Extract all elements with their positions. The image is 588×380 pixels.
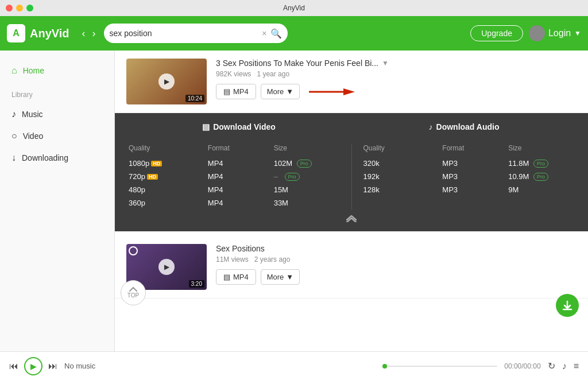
quality-row-1080p[interactable]: 1080pHD MP4 102M Pro	[126, 157, 342, 170]
collapse-panel-button[interactable]	[126, 210, 577, 222]
playlist-button[interactable]: ≡	[574, 361, 579, 371]
video-card-2: ▶ 3:20 Sex Positions 11M views 2 years a…	[115, 236, 588, 298]
sidebar-item-music[interactable]: ♪ Music	[0, 103, 114, 125]
mp4-button-1[interactable]: ▤ MP4	[216, 84, 256, 99]
app-title: AnyVid	[283, 4, 305, 12]
size-360p: 33M	[274, 199, 340, 207]
search-clear-icon[interactable]: ×	[262, 29, 266, 38]
video-ago-1: 1 year ago	[257, 70, 289, 78]
sidebar-item-label: Video	[23, 131, 44, 141]
size-128k: 9M	[508, 185, 574, 194]
video-meta-1: 982K views 1 year ago	[216, 70, 577, 78]
video-icon: ○	[11, 131, 17, 141]
video-thumbnail-1[interactable]: ▶ 10:24	[126, 59, 207, 104]
video-actions-2: ▤ MP4 More ▼	[216, 269, 577, 285]
mp4-button-2[interactable]: ▤ MP4	[216, 269, 256, 285]
mp4-icon-1: ▤	[223, 87, 230, 96]
quality-row-360p[interactable]: 360p MP4 33M	[126, 196, 342, 210]
more-button-2[interactable]: More ▼	[261, 269, 300, 285]
progress-dot	[382, 364, 387, 369]
more-label-1: More	[267, 87, 284, 96]
search-input[interactable]	[110, 29, 262, 38]
red-arrow	[309, 85, 355, 99]
top-button[interactable]: TOP	[121, 280, 146, 305]
mp4-icon-2: ▤	[223, 273, 230, 281]
svg-marker-1	[343, 88, 355, 95]
quality-row-480p[interactable]: 480p MP4 15M	[126, 183, 342, 196]
play-icon: ▶	[158, 73, 175, 90]
volume-button[interactable]: ♪	[562, 361, 567, 371]
top-label: TOP	[127, 292, 139, 298]
mp4-label-1: MP4	[233, 87, 249, 96]
video-views-1: 982K views	[216, 70, 251, 78]
quality-row-128k[interactable]: 128k MP3 9M	[361, 183, 577, 196]
forward-button[interactable]: ›	[90, 25, 98, 42]
format-480p: MP4	[208, 185, 274, 194]
quality-320k: 320k	[363, 159, 443, 168]
window-controls	[6, 5, 33, 11]
video-card-1: ▶ 10:24 3 Sex Positions To Make Your Pen…	[115, 51, 588, 113]
play-icon-2: ▶	[158, 259, 175, 275]
more-label-2: More	[267, 273, 284, 281]
expand-icon-1[interactable]: ▼	[382, 59, 389, 67]
close-button[interactable]	[6, 5, 13, 11]
title-bar: AnyVid	[0, 0, 588, 16]
main: ⌂ Home Library ♪ Music ○ Video ↓ Downloa…	[0, 51, 588, 351]
download-icon: ↓	[11, 153, 16, 163]
format-360p: MP4	[208, 199, 274, 207]
upgrade-button[interactable]: Upgrade	[470, 25, 523, 41]
logo-icon: A	[7, 24, 25, 42]
track-name: No music	[64, 362, 376, 370]
a-format-col-header: Format	[442, 144, 508, 152]
floating-download-button[interactable]	[556, 294, 579, 317]
video-actions-1: ▤ MP4 More ▼	[216, 84, 577, 99]
logo: A AnyVid	[7, 24, 69, 42]
video-duration-1: 10:24	[185, 95, 204, 102]
track-progress-bar[interactable]	[382, 366, 497, 367]
a-size-col-header: Size	[508, 144, 574, 152]
back-button[interactable]: ‹	[80, 25, 88, 42]
content-area: ▶ 10:24 3 Sex Positions To Make Your Pen…	[115, 51, 588, 351]
format-128k: MP3	[442, 185, 508, 194]
audio-quality-header: Quality Format Size	[361, 144, 577, 152]
maximize-button[interactable]	[26, 5, 33, 11]
search-icon[interactable]: 🔍	[270, 28, 282, 39]
sidebar-item-video[interactable]: ○ Video	[0, 125, 114, 147]
minimize-button[interactable]	[16, 5, 23, 11]
header-right: Upgrade Login ▼	[470, 25, 581, 41]
chevron-down-icon: ▼	[574, 29, 581, 37]
download-audio-title: ♪ Download Audio	[351, 122, 577, 131]
thumb-overlay-2	[129, 246, 138, 255]
audio-dl-icon: ♪	[429, 122, 433, 131]
quality-480p: 480p	[129, 185, 208, 194]
download-panel: ▤ Download Video ♪ Download Audio Qualit…	[115, 113, 588, 231]
quality-row-320k[interactable]: 320k MP3 11.8M Pro	[361, 157, 577, 170]
format-col-header: Format	[208, 144, 274, 152]
play-pause-button[interactable]: ▶	[24, 357, 42, 375]
next-track-button[interactable]: ⏭	[48, 361, 57, 371]
player-right: ↻ ♪ ≡	[548, 360, 579, 371]
library-label: Library	[0, 86, 114, 103]
panel-body: Quality Format Size 1080pHD MP4 102M Pro…	[126, 144, 577, 210]
video-quality-header: Quality Format Size	[126, 144, 342, 152]
sidebar-item-label: Music	[22, 110, 43, 119]
repeat-button[interactable]: ↻	[548, 360, 555, 371]
quality-row-720p[interactable]: 720pHD MP4 – Pro	[126, 170, 342, 183]
more-button-1[interactable]: More ▼	[261, 84, 300, 99]
sidebar-item-downloading[interactable]: ↓ Downloading	[0, 147, 114, 169]
video-views-2: 11M views	[216, 255, 249, 263]
sidebar-item-home[interactable]: ⌂ Home	[0, 60, 114, 82]
more-chevron-icon-2: ▼	[286, 273, 293, 281]
format-720p: MP4	[208, 172, 274, 181]
login-label: Login	[548, 28, 571, 38]
sidebar: ⌂ Home Library ♪ Music ○ Video ↓ Downloa…	[0, 51, 115, 351]
prev-track-button[interactable]: ⏮	[9, 361, 18, 371]
format-1080p: MP4	[208, 159, 274, 168]
video-info-2: Sex Positions 11M views 2 years ago ▤ MP…	[216, 244, 577, 285]
music-icon: ♪	[11, 109, 16, 119]
size-720p: – Pro	[274, 172, 340, 181]
size-320k: 11.8M Pro	[508, 159, 574, 168]
player-bar: ⏮ ▶ ⏭ No music 00:00/00:00 ↻ ♪ ≡	[0, 351, 588, 380]
login-area[interactable]: Login ▼	[529, 25, 581, 41]
quality-row-192k[interactable]: 192k MP3 10.9M Pro	[361, 170, 577, 183]
